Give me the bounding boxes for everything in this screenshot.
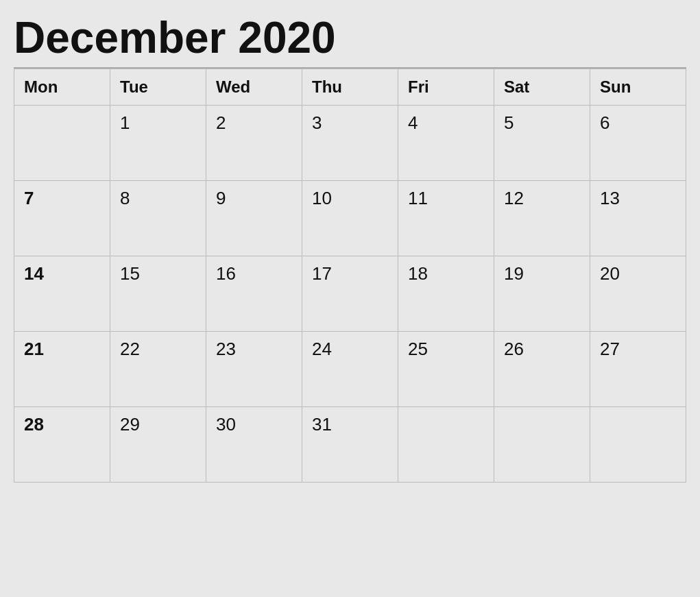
calendar-day-cell: 4 [398, 106, 494, 181]
calendar-title: December 2020 [14, 14, 686, 62]
calendar-day-cell: 18 [398, 256, 494, 332]
calendar-day-cell: 10 [302, 181, 398, 256]
calendar-day-cell [398, 407, 494, 483]
calendar-day-cell: 13 [590, 181, 686, 256]
calendar-day-cell: 8 [110, 181, 206, 256]
calendar-day-cell: 1 [110, 106, 206, 181]
calendar-week-row: 21222324252627 [14, 332, 686, 407]
calendar-day-cell: 15 [110, 256, 206, 332]
calendar-day-cell: 11 [398, 181, 494, 256]
calendar-day-cell: 12 [494, 181, 590, 256]
calendar-day-cell: 7 [14, 181, 110, 256]
calendar-day-cell: 17 [302, 256, 398, 332]
calendar-header-cell: Mon [14, 69, 110, 106]
calendar-day-cell [590, 407, 686, 483]
calendar-day-cell: 3 [302, 106, 398, 181]
calendar-day-cell: 9 [206, 181, 302, 256]
calendar-day-cell: 16 [206, 256, 302, 332]
calendar-week-row: 123456 [14, 106, 686, 181]
calendar-week-row: 28293031 [14, 407, 686, 483]
calendar-grid: MonTueWedThuFriSatSun 123456789101112131… [14, 69, 686, 483]
calendar-day-cell [14, 106, 110, 181]
calendar-day-cell: 30 [206, 407, 302, 483]
calendar-day-cell: 6 [590, 106, 686, 181]
calendar-day-cell: 23 [206, 332, 302, 407]
calendar-day-cell: 14 [14, 256, 110, 332]
calendar-day-cell: 25 [398, 332, 494, 407]
calendar-week-row: 78910111213 [14, 181, 686, 256]
calendar-week-row: 14151617181920 [14, 256, 686, 332]
calendar-day-cell: 27 [590, 332, 686, 407]
calendar-day-cell: 5 [494, 106, 590, 181]
calendar-day-cell [494, 407, 590, 483]
calendar-header-cell: Thu [302, 69, 398, 106]
calendar-day-cell: 2 [206, 106, 302, 181]
calendar-header-cell: Fri [398, 69, 494, 106]
calendar-header-cell: Sat [494, 69, 590, 106]
calendar-day-cell: 28 [14, 407, 110, 483]
calendar-day-cell: 20 [590, 256, 686, 332]
calendar-day-cell: 22 [110, 332, 206, 407]
calendar-day-cell: 31 [302, 407, 398, 483]
calendar-header-row: MonTueWedThuFriSatSun [14, 69, 686, 106]
calendar-header-cell: Tue [110, 69, 206, 106]
calendar-day-cell: 21 [14, 332, 110, 407]
calendar-day-cell: 24 [302, 332, 398, 407]
calendar-header-cell: Sun [590, 69, 686, 106]
calendar-container: December 2020 MonTueWedThuFriSatSun 1234… [14, 14, 686, 483]
calendar-body: 1234567891011121314151617181920212223242… [14, 106, 686, 483]
calendar-day-cell: 26 [494, 332, 590, 407]
calendar-day-cell: 19 [494, 256, 590, 332]
calendar-day-cell: 29 [110, 407, 206, 483]
calendar-header-cell: Wed [206, 69, 302, 106]
